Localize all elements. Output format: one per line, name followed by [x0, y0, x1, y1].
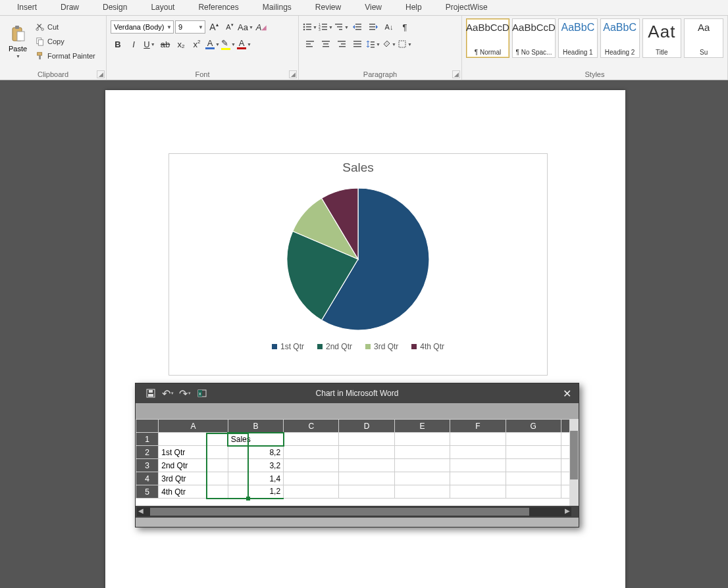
change-case-button[interactable]: Aa▼: [238, 20, 253, 34]
column-header-G[interactable]: G: [506, 420, 561, 433]
chart-object[interactable]: Sales 1st Qtr2nd Qtr3rd Qtr4th Qtr: [169, 153, 548, 376]
cell-B2[interactable]: 8,2: [228, 446, 283, 459]
scrollbar-thumb[interactable]: [570, 431, 578, 479]
style-heading-2[interactable]: AaBbCHeading 2: [600, 18, 640, 58]
save-icon[interactable]: [142, 385, 159, 402]
cell-C4[interactable]: [284, 472, 339, 485]
text-effects-button[interactable]: A▼: [205, 37, 220, 51]
column-header-B[interactable]: B: [228, 420, 283, 433]
cell-D5[interactable]: [339, 485, 394, 499]
tab-view[interactable]: View: [353, 0, 394, 15]
scroll-left-icon[interactable]: ◀: [138, 507, 143, 514]
select-all-cell[interactable]: [136, 420, 159, 433]
increase-indent-button[interactable]: [366, 20, 380, 34]
align-left-button[interactable]: [303, 37, 317, 51]
align-center-button[interactable]: [319, 37, 333, 51]
numbering-button[interactable]: 123▼: [319, 20, 333, 34]
bold-button[interactable]: B: [111, 37, 125, 51]
cell-A3[interactable]: 2nd Qtr: [159, 459, 228, 472]
cell-F1[interactable]: [450, 433, 506, 446]
document-area[interactable]: Sales 1st Qtr2nd Qtr3rd Qtr4th Qtr ↶▾ ↷▾…: [0, 80, 728, 588]
cell-D4[interactable]: [339, 472, 394, 485]
edit-in-excel-button[interactable]: x: [194, 385, 211, 402]
shading-button[interactable]: ▼: [382, 37, 396, 51]
cell-E4[interactable]: [394, 472, 450, 485]
cell-B5[interactable]: 1,2: [228, 485, 283, 499]
style--no-spac-[interactable]: AaBbCcD¶ No Spac...: [512, 18, 556, 58]
cell-E1[interactable]: [394, 433, 450, 446]
row-header-1[interactable]: 1: [136, 433, 159, 446]
cell-F2[interactable]: [450, 446, 506, 459]
cell-A2[interactable]: 1st Qtr: [159, 446, 228, 459]
bullets-button[interactable]: ▼: [303, 20, 317, 34]
row-header-5[interactable]: 5: [136, 485, 159, 499]
chart-data-window[interactable]: ↶▾ ↷▾ x Chart in Microsoft Word ✕ ABCDEF…: [135, 383, 579, 527]
redo-button[interactable]: ↷▾: [176, 385, 194, 402]
strikethrough-button[interactable]: ab: [158, 37, 172, 51]
subscript-button[interactable]: x2: [174, 37, 188, 51]
datasheet-titlebar[interactable]: ↶▾ ↷▾ x Chart in Microsoft Word ✕: [136, 383, 579, 403]
underline-button[interactable]: U▼: [142, 37, 157, 51]
tab-insert[interactable]: Insert: [5, 0, 49, 15]
datasheet-grid[interactable]: ABCDEFGHIJ1Sales21st Qtr8,232nd Qtr3,243…: [136, 419, 579, 506]
show-marks-button[interactable]: ¶: [398, 20, 412, 34]
cell-C3[interactable]: [284, 459, 339, 472]
style-title[interactable]: AatTitle: [642, 18, 682, 58]
tab-help[interactable]: Help: [394, 0, 434, 15]
column-header-A[interactable]: A: [159, 420, 228, 433]
row-header-2[interactable]: 2: [136, 446, 159, 459]
cell-F4[interactable]: [450, 472, 506, 485]
paragraph-dialog-launcher[interactable]: ◢: [452, 70, 460, 78]
tab-draw[interactable]: Draw: [49, 0, 91, 15]
format-painter-button[interactable]: Format Painter: [36, 49, 95, 63]
cell-G1[interactable]: [506, 433, 561, 446]
cell-E2[interactable]: [394, 446, 450, 459]
cell-B1[interactable]: Sales: [228, 433, 283, 446]
font-name-combo[interactable]: Verdana (Body)▼: [111, 20, 174, 34]
clear-formatting-button[interactable]: A◢: [254, 20, 269, 34]
cell-C5[interactable]: [284, 485, 339, 499]
column-header-C[interactable]: C: [284, 420, 339, 433]
cell-F5[interactable]: [450, 485, 506, 499]
cell-D2[interactable]: [339, 446, 394, 459]
row-header-3[interactable]: 3: [136, 459, 159, 472]
style-heading-1[interactable]: AaBbCHeading 1: [558, 18, 598, 58]
cell-A1[interactable]: [159, 433, 228, 446]
scrollbar-thumb[interactable]: [150, 508, 529, 516]
cell-E3[interactable]: [394, 459, 450, 472]
undo-button[interactable]: ↶▾: [159, 385, 176, 402]
cell-B3[interactable]: 3,2: [228, 459, 283, 472]
highlight-button[interactable]: ✎▼: [221, 37, 236, 51]
grow-font-button[interactable]: A▴: [207, 20, 221, 34]
font-color-button[interactable]: A▼: [237, 37, 251, 51]
italic-button[interactable]: I: [126, 37, 141, 51]
cell-A4[interactable]: 3rd Qtr: [159, 472, 228, 485]
cell-D3[interactable]: [339, 459, 394, 472]
line-spacing-button[interactable]: ▼: [366, 37, 380, 51]
font-dialog-launcher[interactable]: ◢: [289, 70, 297, 78]
style--normal[interactable]: AaBbCcD¶ Normal: [466, 18, 509, 58]
cell-G5[interactable]: [506, 485, 561, 499]
cell-G4[interactable]: [506, 472, 561, 485]
borders-button[interactable]: ▼: [398, 37, 412, 51]
cell-A5[interactable]: 4th Qtr: [159, 485, 228, 499]
multilevel-list-button[interactable]: ▼: [334, 20, 349, 34]
cell-D1[interactable]: [339, 433, 394, 446]
shrink-font-button[interactable]: A▾: [222, 20, 237, 34]
tab-layout[interactable]: Layout: [139, 0, 186, 15]
tab-review[interactable]: Review: [303, 0, 353, 15]
cell-C2[interactable]: [284, 446, 339, 459]
cell-B4[interactable]: 1,4: [228, 472, 283, 485]
superscript-button[interactable]: x2: [190, 37, 204, 51]
column-header-E[interactable]: E: [394, 420, 450, 433]
horizontal-scrollbar[interactable]: ◀ ▶: [137, 507, 571, 516]
close-button[interactable]: ✕: [558, 385, 576, 402]
sort-button[interactable]: A↓: [382, 20, 396, 34]
paste-button[interactable]: Paste ▼: [4, 17, 32, 66]
tab-projectwise[interactable]: ProjectWise: [434, 0, 500, 15]
cell-F3[interactable]: [450, 459, 506, 472]
tab-mailings[interactable]: Mailings: [251, 0, 303, 15]
cut-button[interactable]: Cut: [36, 20, 95, 34]
tab-design[interactable]: Design: [91, 0, 139, 15]
clipboard-dialog-launcher[interactable]: ◢: [97, 70, 105, 78]
